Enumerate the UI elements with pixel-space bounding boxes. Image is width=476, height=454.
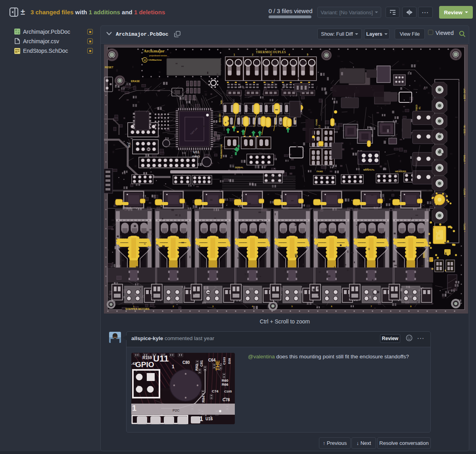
svg-text:1 2: 1 2	[318, 125, 321, 128]
svg-text:FANS: FANS	[315, 119, 318, 125]
svg-text:projectboard version: projectboard version	[149, 55, 167, 57]
svg-text:C80: C80	[182, 360, 190, 365]
svg-text:.42: .42	[131, 362, 136, 366]
svg-text:U11: U11	[153, 354, 169, 364]
svg-text:GPIO: GPIO	[135, 360, 154, 369]
svg-text:STEPPER MOTORS: STEPPER MOTORS	[125, 308, 150, 310]
svg-text:F1: F1	[418, 107, 421, 109]
svg-text:+ BED IN -: + BED IN -	[463, 124, 466, 135]
svg-text:R66: R66	[222, 383, 228, 387]
svg-text:SERIAL: SERIAL	[235, 166, 244, 169]
svg-text:+ MOT2 -: + MOT2 -	[463, 187, 466, 197]
svg-text:MAX I2C: MAX I2C	[219, 114, 221, 122]
svg-text:1: 1	[132, 404, 136, 412]
svg-text:2: 2	[252, 53, 253, 56]
svg-text:U11: U11	[193, 150, 200, 154]
svg-text:5: 5	[307, 53, 308, 56]
svg-text:4: 4	[288, 53, 290, 56]
svg-text:C78: C78	[223, 398, 230, 402]
svg-text:HEATERS: HEATERS	[395, 170, 406, 173]
svg-text:1 2: 1 2	[365, 168, 369, 170]
svg-text:3: 3	[270, 53, 272, 56]
svg-text:R60: R60	[222, 379, 228, 383]
svg-text:U: U	[144, 59, 146, 62]
svg-text:UltiMachine: UltiMachine	[148, 59, 162, 61]
svg-text:C105: C105	[224, 390, 232, 393]
svg-text:P2C: P2C	[173, 408, 180, 412]
svg-text:1: 1	[172, 364, 175, 369]
svg-text:THERMISTOR: THERMISTOR	[220, 144, 223, 159]
svg-text:SC2: SC2	[128, 142, 131, 148]
svg-text:U16: U16	[205, 417, 213, 421]
svg-text:Archimajor: Archimajor	[144, 49, 165, 53]
svg-text:C103: C103	[223, 357, 226, 365]
svg-text:R82: R82	[195, 364, 199, 371]
svg-text:ERASE: ERASE	[131, 80, 140, 83]
svg-text:C74: C74	[212, 389, 219, 393]
svg-text:1: 1	[234, 53, 235, 56]
svg-text:THE: THE	[215, 360, 221, 371]
svg-text:+ VPWR -: + VPWR -	[463, 154, 466, 164]
svg-text:RESET: RESET	[105, 66, 113, 69]
svg-text:R84: R84	[202, 396, 205, 402]
svg-text:+ BED OUT -: + BED OUT -	[463, 87, 466, 101]
svg-text:D28: D28	[228, 358, 231, 364]
svg-text:+ MOT1 -: + MOT1 -	[463, 222, 466, 232]
svg-text:R159: R159	[142, 356, 152, 360]
svg-text:1: 1	[200, 416, 203, 422]
svg-text:FANS: FANS	[317, 170, 323, 173]
svg-text:C81: C81	[200, 360, 203, 367]
